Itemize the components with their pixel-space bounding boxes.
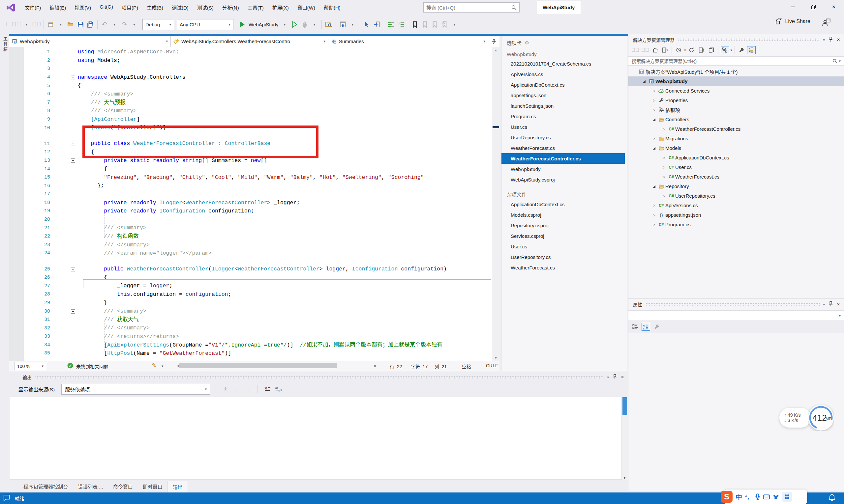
net-speed-widget[interactable]: ↑ 49 K/s ↓ 3 K/s <box>779 408 811 428</box>
pending-changes-filter-icon[interactable] <box>674 46 683 54</box>
code-line-2[interactable]: 2using Models; <box>9 56 492 65</box>
nav-type-dropdown[interactable]: WebApiStudy.Controllers.WeatherForecastC… <box>171 36 328 47</box>
properties-wrench-icon[interactable] <box>737 46 746 54</box>
open-document-item[interactable]: ApiVersions.cs <box>501 69 625 79</box>
alphabetical-sort-icon[interactable]: AZ <box>641 323 650 331</box>
menu-item-1[interactable]: 文件(F) <box>20 2 45 13</box>
output-menu-caret[interactable]: ▾ <box>607 375 609 379</box>
memory-usage-widget[interactable]: 412 MB <box>808 404 834 431</box>
code-line-3[interactable]: 3 <box>9 65 492 73</box>
tree-item[interactable]: ▷C#ApiVersions.cs <box>628 201 844 210</box>
skin-icon[interactable] <box>773 494 779 500</box>
start-debugging-button[interactable] <box>238 19 247 29</box>
menu-item-9[interactable]: 分析(N) <box>218 2 243 13</box>
output-scroll-down-icon[interactable]: ▼ <box>623 476 626 480</box>
pin-icon[interactable] <box>829 301 833 307</box>
menu-item-5[interactable]: 项目(P) <box>117 2 142 13</box>
solution-explorer-search[interactable]: 搜索解决方案资源管理器(Ctrl+;) ▾ <box>628 56 844 66</box>
expander-collapsed-icon[interactable]: ▷ <box>661 175 667 179</box>
code-line-18[interactable]: 18 private readonly ILogger<WeatherForec… <box>9 199 492 207</box>
tree-item[interactable]: ▷C#WeatherForecast.cs <box>628 172 844 181</box>
code-line-8[interactable]: 8 /// </summary> <box>9 107 492 115</box>
collapse-all-icon[interactable] <box>697 46 706 54</box>
fold-collapse-icon[interactable] <box>71 75 75 79</box>
code-line-35[interactable]: 35 [HttpPost(Name = "GetWeatherForecast"… <box>9 349 492 358</box>
panel-close-icon[interactable]: × <box>837 37 840 43</box>
menu-item-4[interactable]: Git(G) <box>95 2 117 13</box>
toolbox-tab[interactable]: 工具箱 <box>2 37 8 52</box>
output-source-select[interactable]: 服务依赖项▾ <box>61 384 210 395</box>
fold-collapse-icon[interactable] <box>71 159 75 163</box>
se-forward-icon[interactable]: ▸⃝ <box>641 46 650 54</box>
refresh-icon[interactable] <box>687 46 696 54</box>
hot-reload-caret[interactable]: ▾ <box>310 19 319 29</box>
code-line-31[interactable]: 31 /// 获取天气 <box>9 316 492 324</box>
toolbar-drag-handle[interactable]: ⁞ <box>2 19 11 29</box>
code-line-14[interactable]: 14 { <box>9 165 492 173</box>
panel-close-icon[interactable]: × <box>621 374 624 380</box>
tree-item[interactable]: ▷依赖项 <box>628 105 844 115</box>
open-document-item[interactable]: appsettings.json <box>501 90 625 101</box>
tree-item[interactable]: ◢Repository <box>628 181 844 191</box>
open-document-item[interactable]: 20221020101704_CreateSchema.cs <box>501 58 625 69</box>
nav-member-dropdown[interactable]: Summaries ▾ <box>328 36 488 47</box>
code-fix-icon[interactable]: ✎ <box>152 362 156 369</box>
output-content[interactable] <box>10 397 622 480</box>
split-editor-button[interactable] <box>488 36 499 47</box>
tree-item[interactable]: ▷C#Program.cs <box>628 220 844 229</box>
menu-item-12[interactable]: 窗口(W) <box>293 2 320 13</box>
undo-icon[interactable]: ↶ <box>100 19 109 29</box>
new-project-icon[interactable] <box>47 19 55 29</box>
menu-item-8[interactable]: 测试(S) <box>193 2 218 13</box>
run-target-caret[interactable]: ▾ <box>280 19 289 29</box>
code-line-19[interactable]: 19 private readonly IConfiguration confi… <box>9 207 492 215</box>
nav-project-dropdown[interactable]: WebApiStudy ▾ <box>9 36 171 47</box>
uncomment-lines-icon[interactable]: 9 <box>397 19 405 29</box>
toggle-bookmark-icon[interactable] <box>411 19 419 29</box>
sync-with-active-document-icon[interactable] <box>721 46 729 54</box>
expander-collapsed-icon[interactable]: ▷ <box>651 98 657 102</box>
previous-bookmark-icon[interactable] <box>421 19 429 29</box>
menu-item-13[interactable]: 帮助(H) <box>320 2 345 13</box>
open-document-item[interactable]: WeatherForecast.cs <box>501 262 625 273</box>
panel-close-icon[interactable]: × <box>837 301 840 308</box>
code-line-25[interactable]: 25 public WeatherForecastController(ILog… <box>9 265 492 273</box>
panel-menu-caret[interactable]: ▾ <box>823 38 825 42</box>
expander-collapsed-icon[interactable]: ▷ <box>661 165 667 169</box>
code-line-24[interactable]: 24 /// <param name="logger"></param> <box>9 249 492 257</box>
code-line-17[interactable]: 17 <box>9 190 492 199</box>
tool-window-tab[interactable]: 错误列表 ... <box>73 481 108 492</box>
tree-item[interactable]: ◢Models <box>628 143 844 153</box>
tree-item[interactable]: ▷C#WeatherForecastController.cs <box>628 124 844 134</box>
tool-window-tab[interactable]: 程序包管理器控制台 <box>18 481 73 492</box>
run-target-label[interactable]: WebApiStudy <box>248 22 279 28</box>
code-line-29[interactable]: 29 } <box>9 299 492 307</box>
h-scroll-right-icon[interactable]: ▶ <box>374 363 377 368</box>
switch-views-icon[interactable] <box>661 46 669 54</box>
save-icon[interactable] <box>76 19 85 29</box>
code-line-5[interactable]: 5{ <box>9 82 492 90</box>
gear-icon[interactable]: ⚙ <box>525 40 529 46</box>
open-document-item[interactable]: Models.csproj <box>501 210 625 220</box>
code-line-34[interactable]: 34 [ApiExplorerSettings(GroupName ="V1"/… <box>9 341 492 349</box>
bookmark-caret[interactable]: ▾ <box>450 19 459 29</box>
code-line-28[interactable]: 28 this.configuration = configuration; <box>9 290 492 299</box>
editor-vertical-scrollbar[interactable]: ▲ ▼ <box>492 47 499 361</box>
expander-collapsed-icon[interactable]: ▷ <box>651 89 657 93</box>
clear-all-icon[interactable] <box>263 385 272 393</box>
menu-item-10[interactable]: 工具(T) <box>243 2 268 13</box>
se-back-icon[interactable]: ◂⃝ <box>631 46 640 54</box>
code-line-22[interactable]: 22 /// 构造函数 <box>9 232 492 241</box>
notification-bell-icon[interactable] <box>828 494 836 502</box>
properties-menu-caret[interactable]: ▾ <box>823 302 825 307</box>
menu-item-2[interactable]: 编辑(E) <box>45 2 70 13</box>
open-document-item[interactable]: UserRepository.cs <box>501 252 625 262</box>
close-button[interactable]: × <box>824 0 844 14</box>
code-editor[interactable]: 1using Microsoft.AspNetCore.Mvc;2using M… <box>9 47 492 361</box>
pin-icon[interactable] <box>613 374 617 380</box>
expander-expanded-icon[interactable]: ◢ <box>651 146 657 150</box>
code-line-7[interactable]: 7 /// 天气预报 <box>9 98 492 107</box>
tool-window-tab[interactable]: 输出 <box>168 481 188 492</box>
tree-item[interactable]: ◢Controllers <box>628 115 844 124</box>
fold-collapse-icon[interactable] <box>71 142 75 146</box>
